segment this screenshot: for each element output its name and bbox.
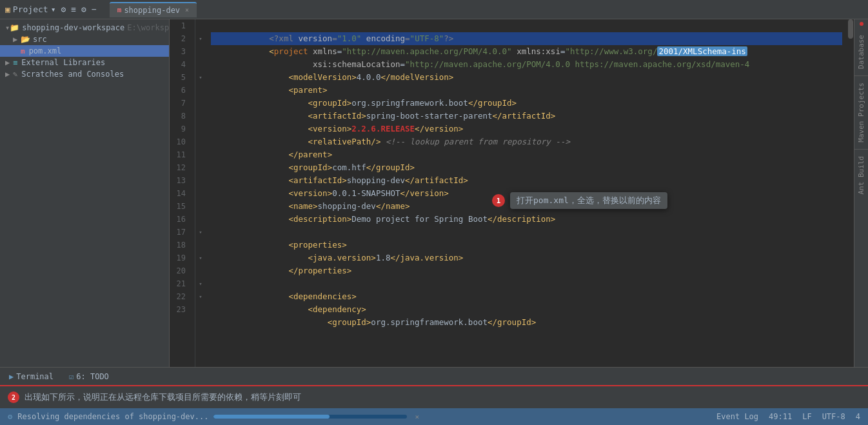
gutter-collapse-2[interactable]: ▾ bbox=[195, 32, 206, 45]
todo-icon: ☑ bbox=[69, 372, 74, 381]
title-bar: ▣ Project ▾ ⚙ ≡ ⚙ − m shopping-dev × bbox=[0, 0, 868, 19]
minimize-icon[interactable]: − bbox=[92, 5, 97, 14]
tree-item-src[interactable]: ▶ 📂 src bbox=[0, 34, 169, 45]
line-ending: LF bbox=[802, 412, 811, 421]
callout-1-text: 打开pom.xml，全选，替换以前的内容 bbox=[510, 192, 667, 209]
right-tab-database[interactable]: Database bbox=[855, 28, 867, 75]
editor-tab-shopping-dev[interactable]: m shopping-dev × bbox=[110, 2, 197, 17]
code-line-17: <properties> bbox=[211, 226, 842, 239]
project-tree: ▾ 📁 shopping-dev-workspace E:\worksp... … bbox=[0, 19, 169, 367]
gear-icon[interactable]: ⚙ bbox=[81, 5, 86, 14]
todo-tab[interactable]: ☑ 6: TODO bbox=[65, 371, 113, 382]
workspace-path: E:\worksp... bbox=[127, 23, 169, 32]
status-text: Resolving dependencies of shopping-dev..… bbox=[17, 412, 208, 421]
gutter: ▾ ▾ ▾ ▾ bbox=[195, 19, 206, 367]
scrollbar-thumb[interactable] bbox=[848, 19, 853, 39]
sidebar: ▾ 📁 shopping-dev-workspace E:\worksp... … bbox=[0, 19, 170, 367]
layout-icon[interactable]: ≡ bbox=[71, 5, 76, 14]
workspace-folder-icon: 📁 bbox=[10, 23, 19, 32]
terminal-icon: ▶ bbox=[9, 372, 14, 381]
tab-close-icon[interactable]: × bbox=[185, 6, 189, 14]
line-numbers: 1 2 3 4 5 6 7 8 9 10 11 12 13 14 15 16 1 bbox=[170, 19, 195, 367]
notif-text: 出现如下所示，说明正在从远程仓库下载项目所需要的依赖，稍等片刻即可 bbox=[25, 391, 301, 403]
event-log-label[interactable]: Event Log bbox=[716, 412, 758, 421]
ext-lib-label: External Libraries bbox=[21, 58, 105, 67]
main-area: ▾ 📁 shopping-dev-workspace E:\worksp... … bbox=[0, 19, 868, 367]
tree-arrow-pom: ▶ bbox=[13, 46, 21, 55]
tree-item-ext-lib[interactable]: ▶ ≡ External Libraries bbox=[0, 57, 169, 68]
tab-label: shopping-dev bbox=[124, 6, 180, 15]
right-tab-ant[interactable]: Ant Build bbox=[855, 150, 867, 201]
project-dropdown-icon[interactable]: ▾ bbox=[51, 5, 56, 14]
tree-arrow-scratches: ▶ bbox=[5, 70, 13, 79]
terminal-label: Terminal bbox=[16, 372, 54, 381]
indent-label: 4 bbox=[856, 412, 860, 421]
tree-item-workspace[interactable]: ▾ 📁 shopping-dev-workspace E:\worksp... bbox=[0, 22, 169, 34]
notification-dot bbox=[860, 22, 863, 26]
pom-label: pom.xml bbox=[29, 46, 62, 55]
src-label: src bbox=[33, 35, 47, 44]
gutter-collapse-21[interactable]: ▾ bbox=[195, 277, 206, 290]
gutter-collapse-22[interactable]: ▾ bbox=[195, 290, 206, 303]
status-bar: ⚙ Resolving dependencies of shopping-dev… bbox=[0, 408, 868, 425]
gutter-collapse-5[interactable]: ▾ bbox=[195, 71, 206, 84]
scratches-label: Scratches and Consoles bbox=[21, 70, 124, 79]
workspace-label: shopping-dev-workspace bbox=[22, 23, 124, 32]
progress-bar-fill bbox=[213, 415, 330, 419]
progress-close-icon[interactable]: × bbox=[415, 413, 419, 421]
right-tab-maven[interactable]: Maven Projects bbox=[855, 76, 867, 149]
tab-file-icon: m bbox=[117, 6, 122, 14]
status-right: Event Log 49:11 LF UTF-8 4 bbox=[716, 412, 860, 421]
callout-1-badge: 1 bbox=[492, 194, 505, 207]
toolbar-icons: ⚙ ≡ ⚙ − bbox=[61, 5, 96, 14]
tree-item-pom[interactable]: ▶ m pom.xml bbox=[0, 45, 169, 57]
code-line-21: <dependencies> bbox=[211, 277, 842, 290]
project-label: Project bbox=[13, 5, 48, 14]
tree-item-scratches[interactable]: ▶ ✎ Scratches and Consoles bbox=[0, 68, 169, 80]
tree-arrow-workspace: ▾ bbox=[5, 23, 10, 32]
src-folder-icon: 📂 bbox=[21, 35, 30, 44]
project-menu[interactable]: ▣ Project ▾ bbox=[5, 5, 55, 14]
todo-label: 6: TODO bbox=[76, 372, 109, 381]
progress-bar-background bbox=[213, 415, 407, 419]
pom-file-icon: m bbox=[21, 47, 25, 55]
notif-badge-2: 2 bbox=[8, 391, 19, 403]
scratches-icon: ✎ bbox=[13, 70, 17, 79]
gutter-collapse-17[interactable]: ▾ bbox=[195, 226, 206, 239]
bottom-toolbar: ▶ Terminal ☑ 6: TODO bbox=[0, 367, 868, 385]
vertical-scrollbar[interactable] bbox=[847, 19, 854, 367]
terminal-tab[interactable]: ▶ Terminal bbox=[5, 371, 57, 382]
right-panel: Database Maven Projects Ant Build bbox=[854, 19, 868, 367]
tree-arrow-src: ▶ bbox=[13, 35, 21, 44]
status-spinner-icon: ⚙ bbox=[8, 412, 12, 421]
settings-icon[interactable]: ⚙ bbox=[61, 5, 66, 14]
bottom-notification: 2 出现如下所示，说明正在从远程仓库下载项目所需要的依赖，稍等片刻即可 bbox=[0, 385, 868, 408]
code-line-1: <?xml version="1.0" encoding="UTF-8"?> bbox=[211, 19, 842, 32]
cursor-position: 49:11 bbox=[769, 412, 792, 421]
tree-arrow-ext-lib: ▶ bbox=[5, 58, 13, 67]
lib-icon: ≡ bbox=[13, 58, 17, 67]
project-folder-icon: ▣ bbox=[5, 5, 10, 14]
callout-1: 1 打开pom.xml，全选，替换以前的内容 bbox=[492, 192, 667, 209]
encoding-label: UTF-8 bbox=[822, 412, 845, 421]
gutter-collapse-19[interactable]: ▾ bbox=[195, 252, 206, 264]
status-progress-area: ⚙ Resolving dependencies of shopping-dev… bbox=[8, 412, 711, 421]
